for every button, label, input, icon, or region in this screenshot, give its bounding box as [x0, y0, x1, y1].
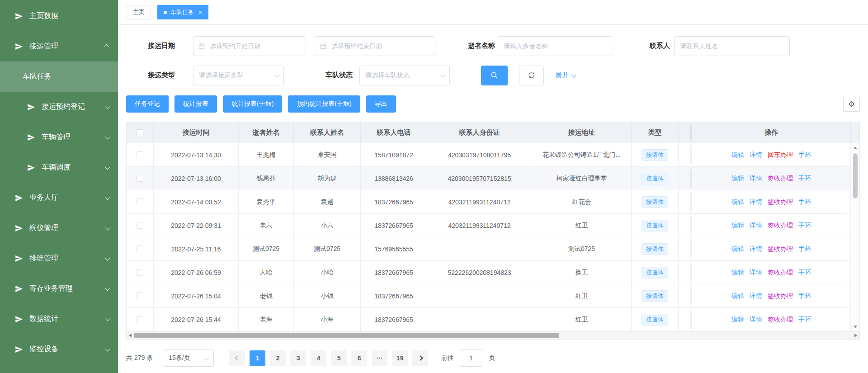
goto-page-input[interactable]	[459, 349, 483, 367]
action-link[interactable]: 详情	[750, 316, 762, 324]
toolbar-button[interactable]: 统计报表(十堰)	[223, 95, 282, 113]
toolbar-button[interactable]: 预约统计报表(十堰)	[288, 95, 360, 113]
cell-phone: 18372667965	[361, 190, 427, 213]
page-size-select[interactable]: 15条/页	[163, 349, 214, 367]
date-end-input[interactable]	[315, 36, 435, 56]
action-link[interactable]: 手环	[798, 269, 811, 277]
page-more-button[interactable]: ···	[372, 350, 387, 366]
row-checkbox[interactable]	[137, 222, 143, 229]
contact-name-input[interactable]	[674, 36, 790, 56]
sidebar-item-label: 车队任务	[23, 72, 109, 81]
action-link[interactable]: 编辑	[731, 269, 744, 277]
action-link[interactable]: 编辑	[731, 245, 744, 253]
action-link[interactable]: 手环	[798, 292, 811, 300]
page-button[interactable]: 3	[290, 350, 306, 366]
scroll-up-icon[interactable]	[854, 146, 857, 149]
row-checkbox[interactable]	[137, 269, 143, 276]
prev-page-button[interactable]	[229, 350, 245, 366]
action-link[interactable]: 编辑	[731, 316, 744, 324]
sidebar-item[interactable]: 寄存业务管理	[0, 274, 118, 304]
action-link[interactable]: 编辑	[731, 198, 744, 206]
next-page-button[interactable]	[412, 350, 428, 366]
sidebar-item[interactable]: 车辆管理	[0, 122, 118, 152]
transport-type-select[interactable]: 请选择接运类型	[193, 66, 284, 85]
action-link[interactable]: 手环	[798, 222, 811, 230]
action-link[interactable]: 签收办理	[768, 292, 793, 300]
cell-type: 接遗体	[632, 308, 679, 331]
page-button[interactable]: 1	[250, 350, 265, 366]
action-link[interactable]: 编辑	[731, 222, 744, 230]
cell-id_card: 420303197108011795	[427, 143, 532, 166]
action-link[interactable]: 签收办理	[768, 245, 793, 253]
action-link[interactable]: 详情	[750, 151, 762, 159]
row-checkbox[interactable]	[137, 175, 143, 182]
action-link[interactable]: 编辑	[731, 175, 744, 183]
action-link[interactable]: 手环	[798, 175, 811, 183]
type-badge: 接遗体	[642, 149, 668, 161]
filter-row-2: 接运类型 请选择接运类型 车队状态 请选择车队状态	[126, 65, 860, 85]
tab-home[interactable]: 主页	[127, 5, 151, 19]
row-checkbox[interactable]	[137, 151, 143, 158]
action-link[interactable]: 手环	[798, 316, 811, 324]
action-link[interactable]: 详情	[750, 292, 762, 300]
scroll-left-icon[interactable]	[129, 334, 132, 337]
horizontal-scrollbar[interactable]	[126, 332, 860, 340]
fleet-status-value: 请选择车队状态	[365, 71, 410, 80]
date-start-input[interactable]	[193, 36, 306, 56]
chevron-down-icon	[105, 316, 111, 321]
horizontal-scroll-thumb[interactable]	[134, 333, 559, 338]
cell-actions: 编辑详情签收办理手环	[692, 167, 851, 190]
row-checkbox[interactable]	[137, 198, 143, 205]
action-link[interactable]: 详情	[750, 245, 762, 253]
page-button[interactable]: 4	[311, 350, 326, 366]
sidebar-item[interactable]: 接运预约登记	[0, 92, 118, 122]
toolbar-button[interactable]: 统计报表	[175, 95, 217, 113]
search-button[interactable]	[481, 66, 508, 85]
action-link[interactable]: 详情	[750, 269, 762, 277]
sidebar-item[interactable]: 接运管理	[0, 31, 118, 61]
page-button[interactable]: 6	[351, 350, 367, 366]
close-icon[interactable]: ×	[198, 9, 202, 15]
action-link[interactable]: 详情	[750, 175, 762, 183]
action-link[interactable]: 签收办理	[768, 316, 793, 324]
scroll-down-icon[interactable]	[854, 326, 857, 328]
settings-button[interactable]: ⚙	[843, 97, 860, 112]
row-checkbox[interactable]	[137, 316, 143, 323]
toolbar-button[interactable]: 任务登记	[126, 95, 169, 113]
sidebar-item[interactable]: 数据统计	[0, 304, 118, 334]
action-link[interactable]: 编辑	[731, 151, 744, 159]
action-link[interactable]: 手环	[798, 198, 811, 206]
row-checkbox[interactable]	[137, 293, 143, 299]
sidebar-item[interactable]: 业务大厅	[0, 183, 118, 213]
refresh-button[interactable]	[519, 66, 544, 85]
page-button[interactable]: 2	[270, 350, 286, 366]
sidebar-item[interactable]: 主页数据	[0, 1, 118, 31]
page-button[interactable]: 19	[392, 350, 408, 366]
scroll-right-icon[interactable]	[854, 334, 857, 337]
tab-active[interactable]: 车队任务×	[157, 5, 208, 19]
select-all-checkbox[interactable]	[137, 129, 143, 136]
row-checkbox[interactable]	[137, 246, 143, 252]
deceased-name-input[interactable]	[498, 36, 612, 56]
vertical-scrollbar[interactable]	[851, 143, 859, 331]
vertical-scroll-thumb[interactable]	[853, 153, 858, 198]
action-link[interactable]: 签收办理	[768, 222, 793, 230]
action-link[interactable]: 手环	[798, 151, 811, 159]
sidebar-item[interactable]: 车辆调度	[0, 152, 118, 183]
action-link[interactable]: 签收办理	[768, 269, 793, 277]
action-link[interactable]: 编辑	[731, 292, 744, 300]
fleet-status-select[interactable]: 请选择车队状态	[359, 66, 450, 85]
sidebar-item[interactable]: 排班管理	[0, 243, 118, 274]
toolbar-button[interactable]: 导出	[366, 95, 396, 113]
action-link[interactable]: 签收办理	[768, 198, 793, 206]
action-link[interactable]: 签收办理	[768, 175, 793, 183]
expand-link[interactable]: 展开	[555, 71, 575, 80]
action-link[interactable]: 详情	[750, 198, 762, 206]
action-link[interactable]: 回车办理	[768, 151, 793, 159]
sidebar-item-active[interactable]: 车队任务	[0, 61, 118, 92]
action-link[interactable]: 详情	[750, 222, 762, 230]
sidebar-item[interactable]: 殡仪管理	[0, 213, 118, 243]
action-link[interactable]: 手环	[798, 245, 811, 253]
page-button[interactable]: 5	[331, 350, 347, 366]
sidebar-item[interactable]: 监控设备	[0, 334, 118, 364]
